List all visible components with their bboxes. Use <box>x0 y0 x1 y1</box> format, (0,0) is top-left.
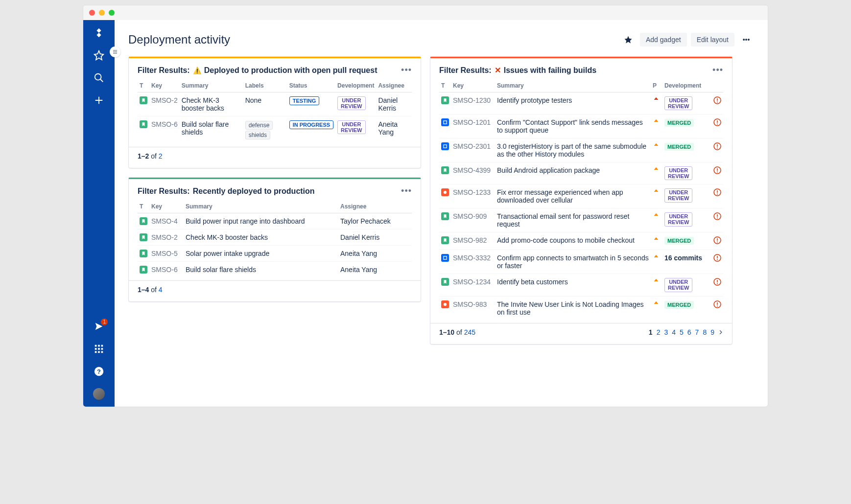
create-icon[interactable] <box>93 94 105 106</box>
search-icon[interactable] <box>93 72 105 84</box>
page-next-icon[interactable] <box>718 328 723 336</box>
issue-key-link[interactable]: SMSO-1201 <box>453 118 491 126</box>
expand-sidebar-icon[interactable] <box>110 46 120 57</box>
issue-key-link[interactable]: SMSO-4 <box>151 217 178 225</box>
table-row[interactable]: SMSO-3332 Confirm app connects to smartw… <box>439 250 723 274</box>
dev-status-under-review[interactable]: UNDERREVIEW <box>664 212 692 226</box>
issue-key-link[interactable]: SMSO-3332 <box>453 254 491 262</box>
page-number[interactable]: 8 <box>703 328 707 336</box>
jira-logo-icon[interactable] <box>93 27 105 39</box>
dev-status-under-review[interactable]: UNDERREVIEW <box>664 166 692 180</box>
status-badge[interactable]: TESTING <box>289 96 320 105</box>
svg-point-31 <box>717 259 718 260</box>
table-row[interactable]: SMSO-2 Check MK-3 booster backs None TES… <box>138 92 412 116</box>
issue-key-link[interactable]: SMSO-1230 <box>453 96 491 104</box>
issue-key-link[interactable]: SMSO-2 <box>151 96 178 104</box>
issue-type-icon <box>140 266 147 274</box>
page-number[interactable]: 7 <box>695 328 699 336</box>
failing-total-link[interactable]: 245 <box>464 328 475 336</box>
issue-key-link[interactable]: SMSO-2301 <box>453 142 491 150</box>
dev-status-under-review[interactable]: UNDERREVIEW <box>664 188 692 202</box>
page-number[interactable]: 4 <box>672 328 676 336</box>
favorite-star-icon[interactable] <box>620 32 636 47</box>
table-row[interactable]: SMSO-1233 Fix error message experienced … <box>439 184 723 208</box>
table-row[interactable]: SMSO-983 The Invite New User Link is Not… <box>439 296 723 320</box>
table-row[interactable]: SMSO-6 Build solar flare shields Aneita … <box>138 262 412 278</box>
warning-icon: ⚠️ <box>193 67 201 74</box>
dev-status-merged[interactable]: MERGED <box>664 237 694 245</box>
window-maximize-icon[interactable] <box>109 10 115 16</box>
page-number[interactable]: 9 <box>710 328 714 336</box>
panel-recent: Filter Results: Recently deployed to pro… <box>128 177 421 302</box>
table-row[interactable]: SMSO-4 Build power input range into dash… <box>138 213 412 229</box>
page-number[interactable]: 2 <box>657 328 661 336</box>
table-row[interactable]: SMSO-1234 Identify beta customers UNDERR… <box>439 274 723 296</box>
edit-layout-button[interactable]: Edit layout <box>691 33 734 46</box>
star-icon[interactable] <box>93 49 105 61</box>
status-badge[interactable]: IN PROGRESS <box>289 120 333 129</box>
svg-rect-7 <box>95 351 97 353</box>
build-failing-icon <box>713 300 721 308</box>
page-number[interactable]: 6 <box>687 328 691 336</box>
dev-commits[interactable]: 16 commits <box>664 254 702 262</box>
help-icon[interactable]: ? <box>93 366 105 377</box>
panel-menu-icon[interactable]: ••• <box>401 186 412 196</box>
table-row[interactable]: SMSO-1230 Identify prototype testers UND… <box>439 92 723 115</box>
panel-menu-icon[interactable]: ••• <box>401 65 412 75</box>
issue-summary: Confirm "Contact Support" link sends mes… <box>495 115 651 138</box>
priority-icon <box>653 96 660 103</box>
page-number[interactable]: 3 <box>664 328 668 336</box>
recent-total-link[interactable]: 4 <box>159 286 163 294</box>
open-pr-table: T Key Summary Labels Status Development … <box>138 79 412 144</box>
table-row[interactable]: SMSO-4399 Build Android application pack… <box>439 162 723 184</box>
dev-status-under-review[interactable]: UNDERREVIEW <box>337 96 365 110</box>
issue-key-link[interactable]: SMSO-983 <box>453 300 487 308</box>
page-title: Deployment activity <box>128 33 620 46</box>
open-pr-total-link[interactable]: 2 <box>159 152 163 160</box>
panel-title-suffix: Recently deployed to production <box>193 187 315 196</box>
issue-key-link[interactable]: SMSO-2 <box>151 233 178 241</box>
window-minimize-icon[interactable] <box>99 10 105 16</box>
failing-pagination: 123456789 <box>649 328 723 336</box>
issue-key-link[interactable]: SMSO-6 <box>151 120 178 128</box>
table-row[interactable]: SMSO-2 Check MK-3 booster backs Daniel K… <box>138 229 412 246</box>
profile-avatar[interactable] <box>93 388 105 400</box>
col-status: Status <box>287 79 335 92</box>
panel-menu-icon[interactable]: ••• <box>712 65 723 75</box>
issue-type-icon <box>441 212 449 220</box>
issue-key-link[interactable]: SMSO-6 <box>151 266 178 274</box>
issue-key-link[interactable]: SMSO-1233 <box>453 188 491 196</box>
table-row[interactable]: SMSO-2301 3.0 registerHistory is part of… <box>439 138 723 162</box>
issue-summary: Identify prototype testers <box>495 92 651 115</box>
page-number[interactable]: 5 <box>680 328 684 336</box>
table-row[interactable]: SMSO-5 Solar power intake upgrade Aneita… <box>138 246 412 262</box>
page-number[interactable]: 1 <box>649 328 653 336</box>
table-row[interactable]: SMSO-1201 Confirm "Contact Support" link… <box>439 115 723 138</box>
issue-summary: Transactional email sent for password re… <box>495 208 651 232</box>
dev-status-merged[interactable]: MERGED <box>664 143 694 151</box>
dev-status-under-review[interactable]: UNDERREVIEW <box>664 278 692 292</box>
window-close-icon[interactable] <box>89 10 95 16</box>
panel-title-suffix: Issues with failing builds <box>504 66 596 75</box>
issue-key-link[interactable]: SMSO-909 <box>453 212 487 220</box>
issue-key-link[interactable]: SMSO-1234 <box>453 278 491 286</box>
more-actions-icon[interactable]: ••• <box>738 32 754 47</box>
table-row[interactable]: SMSO-982 Add promo-code coupons to mobil… <box>439 232 723 250</box>
table-row[interactable]: SMSO-909 Transactional email sent for pa… <box>439 208 723 232</box>
issue-key-link[interactable]: SMSO-5 <box>151 250 178 257</box>
issue-type-icon <box>140 250 147 257</box>
dev-status-merged[interactable]: MERGED <box>664 119 694 127</box>
svg-point-33 <box>717 283 718 284</box>
dev-status-merged[interactable]: MERGED <box>664 301 694 309</box>
label-chip[interactable]: shields <box>245 131 270 139</box>
app-switcher-icon[interactable] <box>93 343 105 355</box>
label-chip[interactable]: defense <box>245 121 273 130</box>
dev-status-under-review[interactable]: UNDERREVIEW <box>337 120 365 134</box>
issue-key-link[interactable]: SMSO-982 <box>453 236 487 244</box>
add-gadget-button[interactable]: Add gadget <box>640 33 687 46</box>
svg-point-13 <box>717 102 718 103</box>
dev-status-under-review[interactable]: UNDERREVIEW <box>664 96 692 110</box>
notifications-icon[interactable]: 1 <box>93 321 105 332</box>
table-row[interactable]: SMSO-6 Build solar flare shields defense… <box>138 116 412 144</box>
issue-key-link[interactable]: SMSO-4399 <box>453 166 491 174</box>
